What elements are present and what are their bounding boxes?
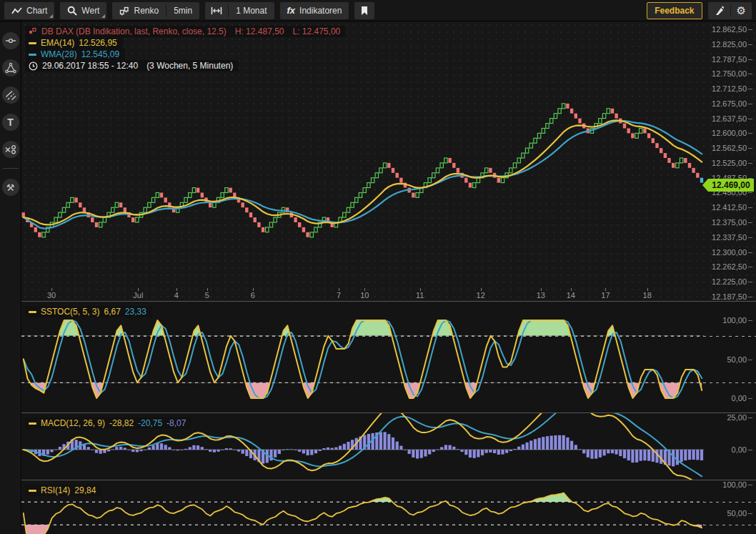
macd-histogram-bar <box>582 450 585 453</box>
up-brick <box>473 183 476 188</box>
time-axis-label: 13 <box>537 291 545 300</box>
clock-icon <box>29 61 38 71</box>
macd-legend-row[interactable]: MACD(12, 26, 9) -28,82 -20,75 -8,07 <box>25 417 192 429</box>
macd-histogram-bar <box>286 449 289 450</box>
macd-histogram-bar <box>700 450 703 460</box>
macd-histogram-bar <box>534 439 537 450</box>
macd-legend: MACD(12, 26, 9) -28,82 -20,75 -8,07 <box>25 417 192 429</box>
ema-legend-row[interactable]: EMA(14) 12.526,95 <box>25 37 123 49</box>
price-panel[interactable]: DB DAX (DB Indikation, last, Renko, clos… <box>21 21 756 301</box>
sstoc-plot[interactable] <box>21 302 704 412</box>
wma-legend-row[interactable]: WMA(28) 12.545,09 <box>25 49 125 60</box>
price-axis-label: 12.562,50 <box>712 144 747 152</box>
macd-histogram-bar <box>611 450 614 453</box>
price-axis-tick <box>748 59 752 60</box>
sstoc-panel[interactable]: SSTOC(5, 5, 3) 6,67 23,33 100,0050,000,0… <box>21 301 756 412</box>
price-axis-label: 12.787,50 <box>712 55 747 64</box>
sstoc-axis[interactable]: 100,0050,000,00 <box>704 302 756 412</box>
up-brick <box>546 124 549 129</box>
interval-button[interactable]: 5min <box>166 2 199 19</box>
down-brick <box>615 114 617 119</box>
feedback-button[interactable]: Feedback <box>647 2 702 19</box>
price-axis-label: 12.412,50 <box>712 203 747 212</box>
rsi-panel[interactable]: RSI(14) 29,84 100,0050,00 <box>21 480 756 534</box>
up-brick <box>225 188 228 193</box>
range-expand-button[interactable] <box>205 2 228 19</box>
sstoc-axis-label: 100,00 <box>722 316 747 325</box>
price-axis-tick <box>748 104 752 104</box>
sstoc-axis-tick <box>748 320 752 321</box>
up-brick <box>517 158 520 163</box>
horizontal-line-icon <box>5 35 16 46</box>
up-brick <box>221 193 224 198</box>
time-axis-tick <box>605 288 606 291</box>
macd-histogram-bar <box>509 450 512 451</box>
macd-histogram-bar <box>457 449 459 450</box>
price-axis-label: 12.637,50 <box>712 114 747 123</box>
down-brick <box>91 217 94 222</box>
macd-histogram-bar <box>477 450 479 458</box>
instrument-search-button[interactable]: Wert <box>60 2 106 19</box>
session-low: L: 12.475,00 <box>293 26 341 36</box>
rsi-legend-row[interactable]: RSI(14) 29,84 <box>25 485 101 496</box>
macd-histogram-bar <box>197 445 199 450</box>
macd-histogram-bar <box>229 448 232 450</box>
text-tool-button[interactable]: T <box>2 114 19 131</box>
renko-button[interactable]: Renko <box>112 2 166 19</box>
price-axis-label: 12.825,00 <box>712 40 747 49</box>
down-brick <box>489 168 492 173</box>
macd-histogram-bar <box>505 450 508 453</box>
horizontal-line-tool-button[interactable] <box>2 32 19 49</box>
up-brick <box>148 202 151 207</box>
price-axis-tick <box>748 207 752 208</box>
bookmark-button[interactable] <box>354 2 374 19</box>
price-axis[interactable]: 12.862,5012.825,0012.787,5012.750,0012.7… <box>704 21 756 301</box>
down-brick <box>578 119 581 124</box>
macd-label: MACD(12, 26, 9) <box>41 418 105 428</box>
macd-panel[interactable]: MACD(12, 26, 9) -28,82 -20,75 -8,07 25,0… <box>21 412 756 480</box>
rsi-plot[interactable] <box>21 480 704 534</box>
tools-icon: ⚒ <box>6 182 15 193</box>
macd-axis[interactable]: 25,000,00 <box>704 413 756 480</box>
macd-histogram-bar <box>546 436 549 450</box>
trendline-tool-button[interactable] <box>2 86 19 104</box>
macd-histogram-bar <box>562 435 565 450</box>
sstoc-legend-row[interactable]: SSTOC(5, 5, 3) 6,67 23,33 <box>25 306 152 317</box>
macd-histogram-bar <box>201 447 204 450</box>
macd-histogram-bar <box>319 450 322 451</box>
down-brick <box>448 158 451 163</box>
symbol-legend-row[interactable]: DB DAX (DB Indikation, last, Renko, clos… <box>25 26 346 37</box>
up-brick <box>375 173 378 178</box>
tools-button[interactable]: ⚒ <box>2 179 19 196</box>
rsi-axis[interactable]: 100,0050,00 <box>704 480 756 534</box>
price-axis-tick <box>748 252 752 253</box>
chart-type-button[interactable]: Chart <box>4 2 54 19</box>
time-axis-label: 30 <box>47 291 56 300</box>
up-brick <box>428 178 431 183</box>
macd-histogram-bar <box>298 450 301 452</box>
sidebar-separator <box>3 168 19 169</box>
settings-button[interactable]: ⚙ <box>731 2 752 19</box>
time-axis[interactable]: 30Jul456710111213141718 <box>21 288 704 301</box>
chart-region: DB DAX (DB Indikation, last, Renko, clos… <box>21 21 756 534</box>
clear-drawings-button[interactable] <box>708 2 730 19</box>
macd-histogram-bar <box>156 443 159 450</box>
range-button[interactable]: 1 Monat <box>229 2 274 19</box>
macd-histogram-bar <box>566 437 569 450</box>
macd-histogram-bar <box>233 450 236 450</box>
up-brick <box>379 168 382 173</box>
charttype-interval-group: Renko 5min <box>112 2 199 19</box>
macd-histogram-bar <box>87 447 90 450</box>
shape-tool-button[interactable] <box>2 59 19 76</box>
indicators-button[interactable]: fx Indikatoren <box>280 2 349 19</box>
macd-histogram-bar <box>550 436 553 450</box>
up-brick <box>314 227 317 232</box>
remove-objects-button[interactable] <box>2 141 19 158</box>
feedback-button-label: Feedback <box>655 6 694 16</box>
macd-histogram-bar <box>538 438 541 450</box>
last-price-value: 12.469,00 <box>712 180 750 190</box>
up-brick <box>602 114 605 119</box>
down-brick <box>469 183 472 188</box>
macd-histogram-bar <box>331 448 334 450</box>
down-brick <box>254 217 257 222</box>
